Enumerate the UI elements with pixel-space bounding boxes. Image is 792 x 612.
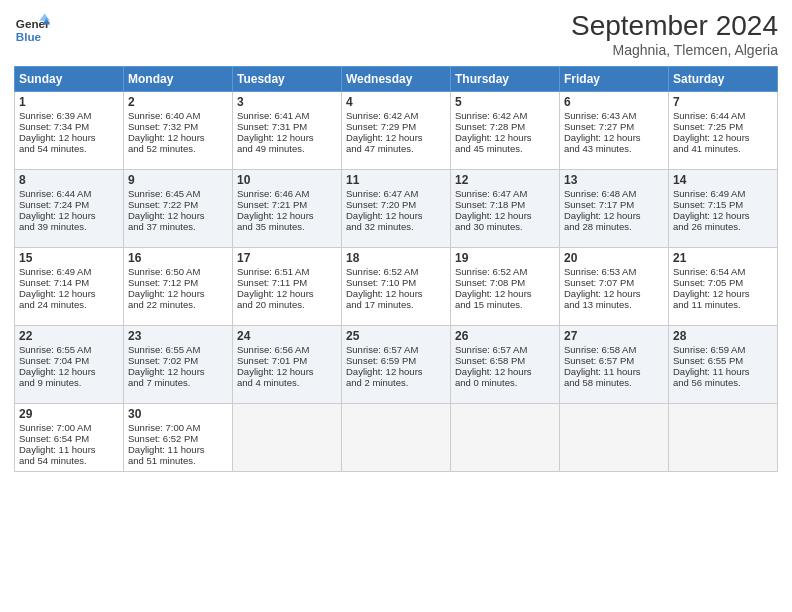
day-info: Daylight: 12 hours [237,288,314,299]
table-row: 17Sunrise: 6:51 AMSunset: 7:11 PMDayligh… [233,248,342,326]
day-info: Sunrise: 6:57 AM [346,344,418,355]
day-info: and 49 minutes. [237,143,305,154]
title-block: September 2024 Maghnia, Tlemcen, Algeria [571,10,778,58]
day-number: 21 [673,251,773,265]
day-number: 9 [128,173,228,187]
table-row: 15Sunrise: 6:49 AMSunset: 7:14 PMDayligh… [15,248,124,326]
day-number: 25 [346,329,446,343]
day-info: and 22 minutes. [128,299,196,310]
day-number: 8 [19,173,119,187]
day-info: and 52 minutes. [128,143,196,154]
day-info: Sunset: 7:17 PM [564,199,634,210]
table-row: 9Sunrise: 6:45 AMSunset: 7:22 PMDaylight… [124,170,233,248]
day-info: and 41 minutes. [673,143,741,154]
day-info: and 47 minutes. [346,143,414,154]
day-info: Sunrise: 7:00 AM [128,422,200,433]
header-row: Sunday Monday Tuesday Wednesday Thursday… [15,67,778,92]
table-row: 11Sunrise: 6:47 AMSunset: 7:20 PMDayligh… [342,170,451,248]
table-row: 1Sunrise: 6:39 AMSunset: 7:34 PMDaylight… [15,92,124,170]
day-info: Daylight: 12 hours [346,210,423,221]
day-info: Daylight: 11 hours [564,366,641,377]
table-row: 20Sunrise: 6:53 AMSunset: 7:07 PMDayligh… [560,248,669,326]
day-info: Sunrise: 6:40 AM [128,110,200,121]
table-row: 5Sunrise: 6:42 AMSunset: 7:28 PMDaylight… [451,92,560,170]
day-info: and 58 minutes. [564,377,632,388]
day-info: Sunrise: 6:49 AM [19,266,91,277]
table-row: 12Sunrise: 6:47 AMSunset: 7:18 PMDayligh… [451,170,560,248]
table-row: 21Sunrise: 6:54 AMSunset: 7:05 PMDayligh… [669,248,778,326]
col-sunday: Sunday [15,67,124,92]
day-info: Sunrise: 6:43 AM [564,110,636,121]
day-info: Sunset: 7:15 PM [673,199,743,210]
day-info: and 9 minutes. [19,377,81,388]
day-info: Daylight: 12 hours [346,132,423,143]
table-row: 23Sunrise: 6:55 AMSunset: 7:02 PMDayligh… [124,326,233,404]
day-info: and 39 minutes. [19,221,87,232]
main-container: General Blue September 2024 Maghnia, Tle… [0,0,792,482]
day-info: Sunset: 7:32 PM [128,121,198,132]
day-info: Sunrise: 6:54 AM [673,266,745,277]
day-number: 24 [237,329,337,343]
table-row: 26Sunrise: 6:57 AMSunset: 6:58 PMDayligh… [451,326,560,404]
day-info: Sunset: 6:58 PM [455,355,525,366]
day-info: Sunset: 6:54 PM [19,433,89,444]
day-info: Sunrise: 6:55 AM [19,344,91,355]
day-info: Sunset: 6:57 PM [564,355,634,366]
day-info: Sunrise: 6:44 AM [19,188,91,199]
table-row: 19Sunrise: 6:52 AMSunset: 7:08 PMDayligh… [451,248,560,326]
day-number: 18 [346,251,446,265]
table-row: 30Sunrise: 7:00 AMSunset: 6:52 PMDayligh… [124,404,233,472]
day-info: Sunrise: 6:50 AM [128,266,200,277]
table-row: 28Sunrise: 6:59 AMSunset: 6:55 PMDayligh… [669,326,778,404]
day-info: Sunset: 7:25 PM [673,121,743,132]
day-info: Sunset: 7:11 PM [237,277,307,288]
day-info: Sunrise: 6:57 AM [455,344,527,355]
day-info: Daylight: 12 hours [19,132,96,143]
day-info: Sunset: 7:31 PM [237,121,307,132]
day-info: Sunrise: 6:56 AM [237,344,309,355]
table-row: 27Sunrise: 6:58 AMSunset: 6:57 PMDayligh… [560,326,669,404]
table-row: 4Sunrise: 6:42 AMSunset: 7:29 PMDaylight… [342,92,451,170]
day-info: and 11 minutes. [673,299,741,310]
day-info: Sunset: 7:24 PM [19,199,89,210]
day-info: Sunset: 6:59 PM [346,355,416,366]
day-info: Sunset: 6:55 PM [673,355,743,366]
day-info: Daylight: 11 hours [673,366,750,377]
day-info: Daylight: 12 hours [128,210,205,221]
table-row: 16Sunrise: 6:50 AMSunset: 7:12 PMDayligh… [124,248,233,326]
day-number: 30 [128,407,228,421]
day-info: Daylight: 12 hours [128,288,205,299]
table-row: 22Sunrise: 6:55 AMSunset: 7:04 PMDayligh… [15,326,124,404]
day-number: 3 [237,95,337,109]
day-info: Sunrise: 6:47 AM [455,188,527,199]
day-number: 6 [564,95,664,109]
day-info: Daylight: 11 hours [128,444,205,455]
day-info: Sunrise: 6:55 AM [128,344,200,355]
day-info: Sunset: 7:28 PM [455,121,525,132]
day-info: Sunrise: 6:48 AM [564,188,636,199]
table-row: 8Sunrise: 6:44 AMSunset: 7:24 PMDaylight… [15,170,124,248]
day-info: Sunset: 7:21 PM [237,199,307,210]
day-info: and 28 minutes. [564,221,632,232]
day-info: and 17 minutes. [346,299,414,310]
day-info: Sunrise: 6:39 AM [19,110,91,121]
day-info: and 24 minutes. [19,299,87,310]
day-info: Daylight: 12 hours [237,366,314,377]
day-info: Sunrise: 6:42 AM [455,110,527,121]
day-info: Daylight: 12 hours [455,366,532,377]
day-info: and 43 minutes. [564,143,632,154]
day-info: Sunset: 6:52 PM [128,433,198,444]
table-row [233,404,342,472]
table-row [451,404,560,472]
table-row: 14Sunrise: 6:49 AMSunset: 7:15 PMDayligh… [669,170,778,248]
table-row: 2Sunrise: 6:40 AMSunset: 7:32 PMDaylight… [124,92,233,170]
logo: General Blue [14,10,50,46]
day-info: and 7 minutes. [128,377,190,388]
day-info: Sunset: 7:01 PM [237,355,307,366]
day-info: Sunrise: 6:45 AM [128,188,200,199]
col-saturday: Saturday [669,67,778,92]
day-info: Sunrise: 6:42 AM [346,110,418,121]
day-info: and 32 minutes. [346,221,414,232]
logo-icon: General Blue [14,10,50,46]
day-info: Daylight: 12 hours [455,210,532,221]
